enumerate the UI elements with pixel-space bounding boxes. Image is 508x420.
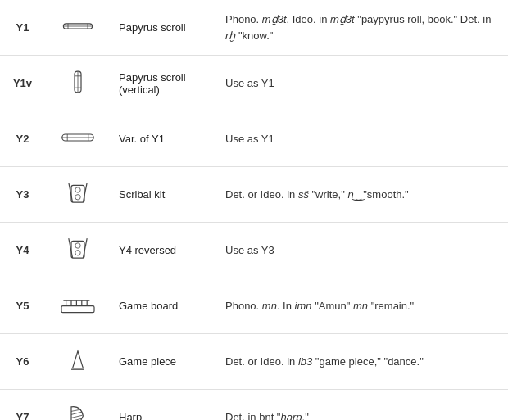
glyph-code: Y1 xyxy=(0,0,45,56)
glyph-code: Y4 xyxy=(0,223,45,278)
svg-rect-22 xyxy=(61,306,94,313)
glyph-description: Det. or Ideo. in sš "write," n ͜ ͜ "smoo… xyxy=(217,167,508,223)
glyph-description: Use as Y1 xyxy=(217,56,508,111)
glyph-image xyxy=(45,334,111,390)
glyph-image xyxy=(45,390,111,421)
glyph-image xyxy=(45,111,111,167)
svg-line-30 xyxy=(71,409,81,411)
table-row: Y1 Papyrus scrollPhono. mḏ3t. Ideo. in m… xyxy=(0,0,508,56)
table-row: Y3 Scribal kitDet. or Ideo. in sš "write… xyxy=(0,167,508,223)
glyph-code: Y5 xyxy=(0,278,45,334)
glyph-image xyxy=(45,56,111,111)
table-row: Y6 Game pieceDet. or Ideo. in ib3 "game … xyxy=(0,334,508,390)
svg-point-13 xyxy=(75,187,80,192)
glyph-description: Det. in bnt "harp." xyxy=(217,390,508,421)
glyph-name: Scribal kit xyxy=(111,167,217,223)
glyph-code: Y2 xyxy=(0,111,45,167)
glyph-image xyxy=(45,167,111,223)
glyph-description: Phono. mn. In imn "Amun" mn "remain." xyxy=(217,278,508,334)
glyph-name: Papyrus scroll (vertical) xyxy=(111,56,217,111)
glyph-code: Y7 xyxy=(0,390,45,421)
svg-point-19 xyxy=(75,251,80,255)
glyph-description: Use as Y1 xyxy=(217,111,508,167)
glyph-name: Game piece xyxy=(111,334,217,390)
svg-line-31 xyxy=(71,412,82,414)
table-row: Y4 Y4 reversedUse as Y3 xyxy=(0,223,508,278)
glyph-description: Det. or Ideo. in ib3 "game piece," "danc… xyxy=(217,334,508,390)
glyph-image xyxy=(45,278,111,334)
table-row: Y5 Game boardPhono. mn. In imn "Amun" mn… xyxy=(0,278,508,334)
glyph-name: Harp xyxy=(111,390,217,421)
glyph-code: Y6 xyxy=(0,334,45,390)
glyph-name: Y4 reversed xyxy=(111,223,217,278)
glyph-name: Papyrus scroll xyxy=(111,0,217,56)
table-row: Y2 Var. of Y1Use as Y1 xyxy=(0,111,508,167)
glyph-code: Y3 xyxy=(0,167,45,223)
table-row: Y7 HarpDet. in bnt "harp." xyxy=(0,390,508,421)
svg-point-18 xyxy=(75,243,80,248)
glyph-name: Var. of Y1 xyxy=(111,111,217,167)
glyph-name: Game board xyxy=(111,278,217,334)
glyph-image xyxy=(45,223,111,278)
glyph-description: Use as Y3 xyxy=(217,223,508,278)
svg-line-32 xyxy=(71,415,83,418)
glyph-code: Y1v xyxy=(0,56,45,111)
svg-point-14 xyxy=(75,195,80,200)
glyph-image xyxy=(45,0,111,56)
glyph-description: Phono. mḏ3t. Ideo. in mḏ3t "paypyrus rol… xyxy=(217,0,508,56)
table-row: Y1v Papyrus scroll (vertical)Use as Y1 xyxy=(0,56,508,111)
hieroglyph-table: Y1 Papyrus scrollPhono. mḏ3t. Ideo. in m… xyxy=(0,0,508,420)
